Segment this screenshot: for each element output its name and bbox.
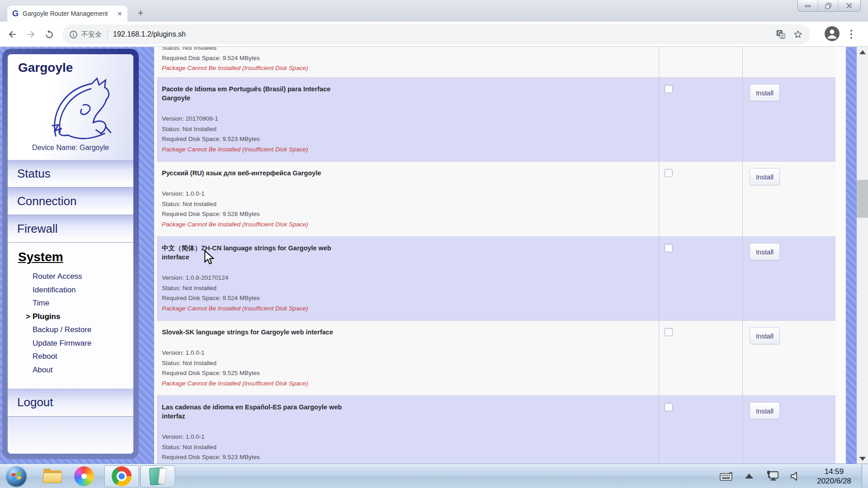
sidebar-item-backup-restore[interactable]: Backup / Restore (8, 323, 133, 337)
sidebar-header: Gargoyle Device Name: Gargoyle (8, 54, 133, 160)
translate-icon[interactable]: G (776, 29, 786, 39)
plugin-name: Pacote de Idioma em Português (Brasil) p… (162, 84, 650, 103)
reload-button[interactable] (43, 28, 56, 41)
install-button[interactable]: Install (750, 84, 780, 101)
back-button[interactable] (6, 28, 19, 41)
plugin-install-cell: Install (742, 321, 835, 395)
plugin-name: Las cadenas de idioma en Español-ES para… (162, 403, 650, 421)
plugin-info: Las cadenas de idioma en Español-ES para… (157, 396, 659, 464)
plugin-status: Status: Not Installed (162, 283, 650, 294)
browser-tab[interactable]: G Gargoyle Router Management ✕ (7, 5, 127, 22)
menu-kebab-icon[interactable] (847, 28, 855, 41)
volume-speaker-icon[interactable] (789, 471, 800, 482)
tab-close-icon[interactable]: ✕ (116, 9, 124, 18)
sidebar: Gargoyle Device Name: Gargoyle Sta (2, 49, 139, 459)
sidebar-item-reboot[interactable]: Reboot (8, 350, 133, 363)
plugin-install-cell: Install (742, 162, 835, 236)
scrollbar-thumb[interactable] (857, 180, 868, 218)
plugin-info: Русский (RU) язык для веб-интерфейса Gar… (157, 162, 659, 236)
plugin-disk-space: Required Disk Space: 9.528 MBytes (162, 209, 650, 220)
scroll-up-icon[interactable] (857, 47, 868, 57)
sidebar-nav-connection[interactable]: Connection (8, 188, 133, 215)
plugin-version: Version: 1.0.0-1 (162, 189, 650, 199)
new-tab-button[interactable]: + (135, 8, 146, 19)
sidebar-section-system[interactable]: System (18, 250, 133, 264)
plugin-name: Русский (RU) язык для веб-интерфейса Gar… (162, 169, 650, 178)
close-button[interactable] (838, 0, 860, 11)
file-explorer-icon (42, 469, 62, 484)
tab-title: Gargoyle Router Management (23, 10, 116, 17)
taskbar-pinwheel-browser-button[interactable] (72, 465, 96, 487)
browser-scrollbar[interactable] (857, 47, 868, 464)
plugin-select-checkbox[interactable] (665, 244, 673, 252)
plugin-version: Version: 1.0.0-1 (162, 348, 650, 358)
sidebar-item-router-access[interactable]: Router Access (8, 270, 133, 283)
window-controls (797, 0, 861, 12)
pinwheel-browser-icon (74, 466, 94, 486)
browser-tab-strip: G Gargoyle Router Management ✕ + (0, 0, 868, 22)
plugin-row: Status: Not Installed Required Disk Spac… (157, 47, 835, 77)
plugin-disk-space: Required Disk Space: 9.525 MBytes (162, 368, 650, 379)
security-label: 不安全 (81, 30, 102, 39)
taskbar-chrome-button[interactable] (104, 465, 139, 487)
plugin-select-checkbox[interactable] (665, 169, 673, 177)
sidebar-item-plugins[interactable]: >Plugins (8, 310, 133, 324)
plugin-info: Pacote de Idioma em Português (Brasil) p… (157, 78, 659, 161)
network-status-icon[interactable] (766, 470, 779, 482)
sidebar-nav-firewall[interactable]: Firewall (8, 215, 133, 243)
chrome-icon (112, 466, 132, 486)
plugin-checkbox-cell (659, 237, 742, 320)
install-button[interactable]: Install (750, 327, 780, 344)
plugin-row: Slovak-SK language strings for Gargoyle … (157, 320, 835, 395)
plugin-checkbox-cell (659, 321, 742, 395)
plugin-status: Status: Not Installed (162, 358, 650, 369)
plugin-select-checkbox[interactable] (665, 328, 673, 336)
sidebar-item-time[interactable]: Time (8, 296, 133, 310)
plugin-select-checkbox[interactable] (665, 85, 673, 93)
bookmark-star-icon[interactable] (793, 29, 803, 39)
site-info-icon[interactable] (69, 30, 78, 39)
plugin-error-message: Package Cannot Be Installed (Insufficien… (162, 304, 650, 314)
plugin-version: Version: 1.0.0-1 (162, 432, 650, 442)
plugin-checkbox-cell (659, 162, 742, 236)
plugin-info: Slovak-SK language strings for Gargoyle … (157, 321, 659, 395)
sidebar-logout-button[interactable]: Logout (8, 389, 133, 417)
notepad-icon (149, 467, 167, 486)
plugin-status: Status: Not Installed (162, 47, 650, 53)
install-button[interactable]: Install (750, 168, 780, 185)
profile-avatar[interactable] (825, 26, 840, 41)
scroll-down-icon[interactable] (857, 454, 868, 464)
start-button[interactable] (6, 466, 27, 487)
plugin-info: Status: Not Installed Required Disk Spac… (157, 47, 659, 77)
restore-button[interactable] (818, 0, 838, 11)
sidebar-item-about[interactable]: About (8, 363, 133, 377)
plugin-info: 中文（简体）ZH-CN language strings for Gargoyl… (157, 237, 659, 320)
taskbar-file-explorer-button[interactable] (40, 465, 65, 487)
taskbar-notepad-button[interactable] (141, 465, 175, 487)
screen: G Gargoyle Router Management ✕ + (0, 0, 868, 488)
plugin-list: Status: Not Installed Required Disk Spac… (154, 47, 846, 464)
address-bar[interactable]: 不安全 192.168.1.2/plugins.sh G (62, 24, 810, 44)
sidebar-nav: StatusConnectionFirewall (8, 160, 133, 243)
url-text: 192.168.1.2/plugins.sh (113, 30, 769, 38)
plugin-disk-space: Required Disk Space: 9.524 MBytes (162, 293, 650, 304)
install-button[interactable]: Install (750, 243, 780, 260)
show-hidden-icons-chevron[interactable] (745, 474, 753, 479)
plugin-row: Русский (RU) язык для веб-интерфейса Gar… (157, 161, 835, 236)
browser-toolbar: 不安全 192.168.1.2/plugins.sh G (0, 22, 868, 47)
input-method-keyboard-icon[interactable] (720, 471, 733, 481)
sidebar-item-update-firmware[interactable]: Update Firmware (8, 337, 133, 350)
plugin-checkbox-cell (659, 78, 742, 161)
plugin-select-checkbox[interactable] (665, 403, 673, 411)
plugin-status: Status: Not Installed (162, 124, 650, 135)
forward-button[interactable] (24, 28, 37, 41)
sidebar-nav-status[interactable]: Status (8, 160, 133, 188)
active-item-marker: > (26, 310, 30, 324)
sidebar-item-identification[interactable]: Identification (8, 283, 133, 297)
taskbar-clock[interactable]: 14:59 2020/6/28 (809, 467, 859, 486)
show-desktop-button[interactable] (862, 464, 868, 488)
install-button[interactable]: Install (750, 402, 780, 419)
taskbar: 14:59 2020/6/28 (0, 464, 868, 488)
plugin-error-message: Package Cannot Be Installed (Insufficien… (162, 63, 650, 74)
minimize-button[interactable] (798, 0, 818, 11)
